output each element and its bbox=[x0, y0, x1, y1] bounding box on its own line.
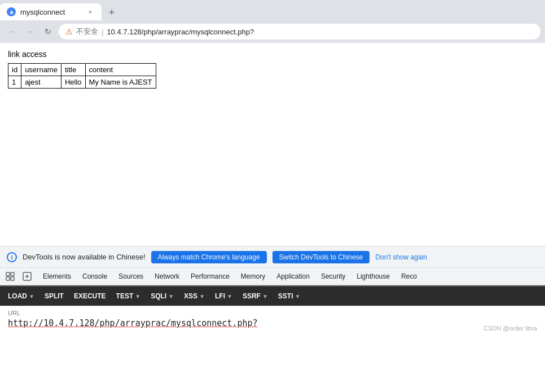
bottom-toolbar: LOAD ▼ SPLIT EXECUTE TEST ▼ SQLI ▼ XSS ▼… bbox=[0, 285, 545, 306]
sqli-button[interactable]: SQLI ▼ bbox=[146, 288, 178, 304]
test-arrow-icon: ▼ bbox=[135, 293, 140, 299]
col-header-content: content bbox=[85, 64, 156, 76]
tab-lighthouse[interactable]: Lighthouse bbox=[351, 267, 395, 285]
svg-rect-3 bbox=[11, 272, 14, 276]
svg-rect-5 bbox=[11, 277, 14, 280]
active-tab[interactable]: ⊕ mysqlconnect × bbox=[0, 3, 102, 20]
devtools-icon-cursor[interactable] bbox=[3, 270, 17, 283]
cell-id: 1 bbox=[8, 76, 21, 89]
devtools-notify-message: DevTools is now available in Chinese! bbox=[23, 253, 146, 261]
url-value[interactable]: http://10.4.7.128/php/arrayprac/mysqlcon… bbox=[8, 318, 537, 328]
test-button[interactable]: TEST ▼ bbox=[112, 288, 146, 304]
lfi-button[interactable]: LFI ▼ bbox=[210, 288, 237, 304]
tab-application[interactable]: Application bbox=[271, 267, 315, 285]
split-button[interactable]: SPLIT bbox=[40, 288, 68, 304]
table-header-row: id username title content bbox=[8, 64, 156, 76]
url-bar[interactable]: ⚠ 不安全 | 10.4.7.128/php/arrayprac/mysqlco… bbox=[59, 24, 540, 39]
execute-button[interactable]: EXECUTE bbox=[69, 288, 111, 304]
col-header-id: id bbox=[8, 64, 21, 76]
tab-bar: ⊕ mysqlconnect × + bbox=[0, 0, 545, 20]
match-language-button[interactable]: Always match Chrome's language bbox=[151, 251, 267, 263]
xss-button[interactable]: XSS ▼ bbox=[179, 288, 209, 304]
sqli-arrow-icon: ▼ bbox=[168, 293, 174, 299]
svg-rect-2 bbox=[6, 272, 10, 276]
dont-show-again-button[interactable]: Don't show again bbox=[375, 253, 427, 261]
devtools-notify-bar: i DevTools is now available in Chinese! … bbox=[0, 246, 545, 267]
cell-title: Hello bbox=[61, 76, 85, 89]
address-bar: ← → ↻ ⚠ 不安全 | 10.4.7.128/php/arrayprac/m… bbox=[0, 20, 545, 43]
protocol-text: 不安全 bbox=[76, 27, 98, 37]
back-button[interactable]: ← bbox=[5, 24, 19, 39]
tab-elements[interactable]: Elements bbox=[37, 267, 77, 285]
url-display: URL http://10.4.7.128/php/arrayprac/mysq… bbox=[0, 306, 545, 335]
cell-content: My Name is AJEST bbox=[85, 76, 156, 89]
tab-sources[interactable]: Sources bbox=[113, 267, 149, 285]
page-content: link access id username title content 1 … bbox=[0, 43, 545, 246]
url-label: URL bbox=[8, 310, 537, 316]
tab-favicon: ⊕ bbox=[7, 7, 16, 16]
devtools-icon-inspect[interactable] bbox=[20, 270, 34, 283]
ssti-button[interactable]: SSTI ▼ bbox=[274, 288, 305, 304]
table-row: 1 ajest Hello My Name is AJEST bbox=[8, 76, 156, 89]
page-heading: link access bbox=[8, 50, 537, 59]
address-url: 10.4.7.128/php/arrayprac/mysqlconnect.ph… bbox=[107, 28, 254, 36]
csdn-watermark: CSDN @order libra bbox=[484, 325, 537, 332]
tab-security[interactable]: Security bbox=[315, 267, 351, 285]
tab-memory[interactable]: Memory bbox=[235, 267, 271, 285]
new-tab-button[interactable]: + bbox=[104, 5, 120, 20]
cell-username: ajest bbox=[21, 76, 61, 89]
col-header-title: title bbox=[61, 64, 85, 76]
ssrf-arrow-icon: ▼ bbox=[262, 293, 268, 299]
warning-icon: ⚠ bbox=[65, 27, 73, 36]
tab-console[interactable]: Console bbox=[77, 267, 113, 285]
ssrf-button[interactable]: SSRF ▼ bbox=[238, 288, 272, 304]
lfi-arrow-icon: ▼ bbox=[227, 293, 232, 299]
switch-chinese-button[interactable]: Switch DevTools to Chinese bbox=[272, 251, 370, 263]
address-separator: | bbox=[102, 28, 103, 36]
tab-close-button[interactable]: × bbox=[86, 7, 95, 16]
xss-arrow-icon: ▼ bbox=[199, 293, 205, 299]
tab-reco[interactable]: Reco bbox=[395, 267, 423, 285]
data-table: id username title content 1 ajest Hello … bbox=[8, 63, 156, 89]
svg-text:⊕: ⊕ bbox=[10, 10, 14, 15]
tab-title: mysqlconnect bbox=[20, 8, 81, 16]
tab-performance[interactable]: Performance bbox=[185, 267, 235, 285]
svg-rect-4 bbox=[6, 277, 10, 280]
load-button[interactable]: LOAD ▼ bbox=[3, 288, 39, 304]
tab-network[interactable]: Network bbox=[149, 267, 185, 285]
url-display-wrapper: URL http://10.4.7.128/php/arrayprac/mysq… bbox=[0, 306, 545, 335]
browser-chrome: ⊕ mysqlconnect × + ← → ↻ ⚠ 不安全 | 10.4.7.… bbox=[0, 0, 545, 335]
devtools-tab-bar: Elements Console Sources Network Perform… bbox=[0, 267, 545, 285]
ssti-arrow-icon: ▼ bbox=[295, 293, 301, 299]
info-icon: i bbox=[7, 252, 17, 262]
forward-button[interactable]: → bbox=[23, 24, 37, 39]
reload-button[interactable]: ↻ bbox=[41, 24, 55, 39]
load-arrow-icon: ▼ bbox=[29, 293, 34, 299]
col-header-username: username bbox=[21, 64, 61, 76]
